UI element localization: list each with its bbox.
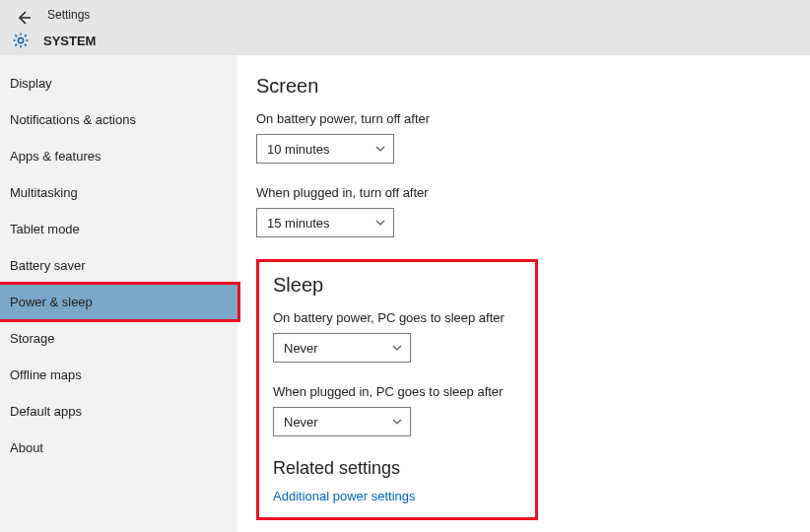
back-button[interactable] [12,6,35,30]
sidebar-item-label: Display [10,76,52,91]
sidebar-item-offline-maps[interactable]: Offline maps [0,357,237,393]
sleep-annotation-box: Sleep On battery power, PC goes to sleep… [256,259,538,520]
sleep-battery-label: On battery power, PC goes to sleep after [273,310,521,325]
sidebar-item-notifications[interactable]: Notifications & actions [0,101,237,138]
sidebar-item-storage[interactable]: Storage [0,320,237,357]
sidebar-item-about[interactable]: About [0,430,237,466]
sidebar-item-tablet-mode[interactable]: Tablet mode [0,211,237,247]
window-title: Settings [47,8,90,22]
sidebar-item-label: Battery saver [10,258,86,273]
screen-heading: Screen [256,75,790,98]
chevron-down-icon [392,343,402,353]
svg-line-6 [15,34,17,36]
sidebar-item-label: Default apps [10,404,82,419]
arrow-left-icon [12,6,35,30]
sidebar-item-battery-saver[interactable]: Battery saver [0,247,237,284]
svg-line-7 [25,44,27,46]
system-title: SYSTEM [43,33,96,48]
dropdown-value: 10 minutes [267,142,330,157]
sidebar-item-label: Tablet mode [10,222,80,236]
screen-battery-dropdown[interactable]: 10 minutes [256,134,394,164]
sidebar-item-label: Offline maps [10,367,82,382]
dropdown-value: Never [284,415,318,430]
chevron-down-icon [392,417,402,427]
svg-line-9 [25,34,27,36]
sidebar-item-label: Notifications & actions [10,112,136,127]
dropdown-value: Never [284,341,318,356]
svg-point-1 [18,37,23,42]
additional-power-settings-link[interactable]: Additional power settings [273,489,521,503]
sidebar-item-default-apps[interactable]: Default apps [0,393,237,430]
sidebar-item-label: About [10,440,43,455]
screen-battery-label: On battery power, turn off after [256,111,790,126]
related-heading: Related settings [273,458,521,479]
sidebar-item-display[interactable]: Display [0,65,237,101]
sleep-plugged-label: When plugged in, PC goes to sleep after [273,384,521,399]
system-row: SYSTEM [12,32,96,49]
content-pane: Screen On battery power, turn off after … [238,55,810,532]
sleep-heading: Sleep [273,274,521,297]
sidebar-item-label: Storage [10,331,55,346]
sidebar: Display Notifications & actions Apps & f… [0,55,238,532]
screen-plugged-dropdown[interactable]: 15 minutes [256,208,394,237]
sidebar-item-label: Power & sleep [10,295,93,309]
chevron-down-icon [375,218,385,228]
dropdown-value: 15 minutes [267,216,330,231]
header-bar: Settings SYSTEM [0,0,810,55]
screen-plugged-label: When plugged in, turn off after [256,185,790,200]
sidebar-item-power-sleep[interactable]: Power & sleep [0,284,237,320]
sleep-battery-dropdown[interactable]: Never [273,333,411,363]
sidebar-item-label: Multitasking [10,185,78,200]
chevron-down-icon [375,144,385,154]
sidebar-item-multitasking[interactable]: Multitasking [0,174,237,211]
svg-line-8 [15,44,17,46]
gear-icon [12,32,30,49]
sidebar-item-apps[interactable]: Apps & features [0,138,237,174]
sidebar-item-label: Apps & features [10,149,101,164]
sleep-plugged-dropdown[interactable]: Never [273,407,411,436]
